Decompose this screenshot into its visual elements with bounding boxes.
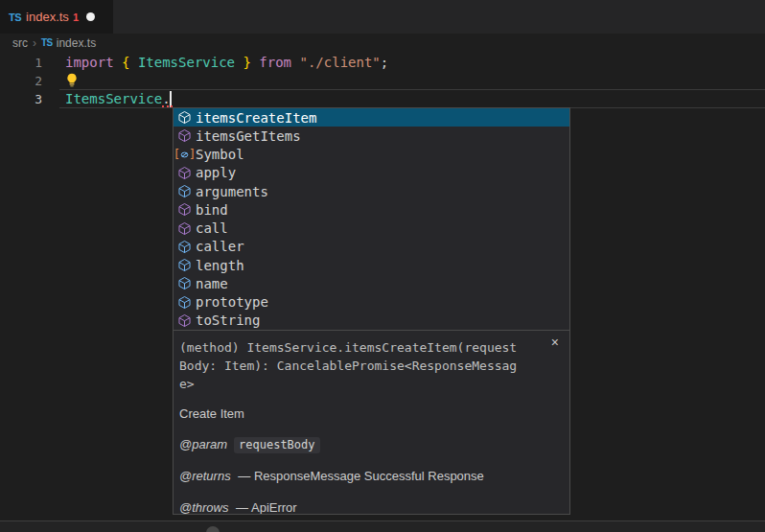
breadcrumb-folder[interactable]: src [12, 36, 28, 50]
suggest-item-label: bind [196, 202, 228, 218]
line-number: 1 [0, 54, 42, 72]
suggest-item[interactable]: call [174, 220, 569, 238]
doc-tag-name: @throws [179, 500, 229, 514]
suggest-list: itemsCreateItemitemsGetItems[]Symbolappl… [174, 108, 569, 330]
suggest-item[interactable]: itemsGetItems [174, 127, 569, 145]
code-token: import [65, 55, 122, 70]
doc-tag-text: — ApiError [233, 500, 297, 514]
typescript-file-icon: TS [9, 12, 21, 23]
chevron-right-icon: › [33, 36, 36, 50]
tab-bar: TS index.ts 1 [0, 0, 765, 34]
symbol-method-icon [176, 312, 193, 328]
symbol-variable-icon: [] [176, 147, 193, 162]
suggest-item[interactable]: itemsCreateItem [174, 108, 569, 127]
suggest-item[interactable]: arguments [174, 182, 569, 200]
symbol-method-icon [176, 128, 193, 144]
suggest-item[interactable]: bind [174, 200, 569, 219]
suggest-item[interactable]: toString [174, 312, 569, 330]
lightbulb-icon[interactable] [65, 73, 80, 87]
symbol-field-icon [176, 276, 193, 291]
code-token: ItemsService [65, 91, 162, 106]
tab-error-count-badge: 1 [73, 12, 79, 23]
suggest-docs-panel: (method) ItemsService.itemsCreateItem(re… [174, 330, 569, 514]
code-token: { [122, 55, 138, 70]
suggest-item-label: arguments [196, 184, 268, 199]
symbol-field-icon [176, 239, 193, 254]
doc-tag-line: @throws — ApiError [179, 500, 560, 514]
modified-dot-icon[interactable] [86, 12, 95, 21]
doc-description: Create Item [179, 406, 560, 421]
typescript-file-icon: TS [41, 37, 53, 48]
suggest-item-label: apply [196, 165, 236, 180]
symbol-method-icon [176, 220, 193, 236]
code-token: "./client" [299, 55, 380, 70]
suggest-item[interactable]: prototype [174, 293, 569, 312]
symbol-field-icon [176, 184, 193, 199]
suggest-item-label: Symbol [196, 147, 244, 162]
suggest-item-label: caller [196, 239, 244, 254]
code-token: } [235, 55, 251, 70]
signature-text: (method) ItemsService.itemsCreateItem(re… [179, 338, 521, 393]
symbol-method-icon [176, 202, 193, 218]
suggest-item[interactable]: name [174, 274, 569, 292]
suggest-item-label: itemsGetItems [196, 128, 301, 144]
suggest-item-label: toString [196, 312, 260, 328]
line-number: 3 [0, 90, 42, 108]
suggest-item-label: prototype [196, 294, 268, 310]
tab-index-ts[interactable]: TS index.ts 1 [0, 0, 113, 34]
symbol-method-icon [176, 110, 193, 126]
doc-param-chip: requestBody [234, 437, 319, 453]
suggest-item-label: itemsCreateItem [196, 110, 316, 126]
suggest-item[interactable]: length [174, 256, 569, 274]
doc-tag-text: — ResponseMessage Successful Response [235, 469, 484, 483]
suggest-item-label: name [196, 276, 228, 291]
code-token: ItemsService [138, 55, 235, 70]
code-line[interactable]: 1import { ItemsService } from "./client"… [0, 54, 765, 72]
doc-tag-name: @param [179, 437, 227, 451]
suggest-item[interactable]: []Symbol [174, 146, 569, 164]
code-line[interactable]: 2 [0, 72, 765, 90]
tab-label: index.ts [26, 10, 69, 24]
symbol-field-icon [176, 258, 193, 273]
suggest-widget: itemsCreateItemitemsGetItems[]Symbolappl… [173, 107, 570, 515]
suggest-item-label: call [196, 220, 228, 236]
symbol-method-icon [176, 165, 193, 180]
code-token: from [259, 55, 291, 70]
breadcrumb-file[interactable]: index.ts [57, 36, 96, 50]
suggest-item[interactable]: apply [174, 164, 569, 182]
suggest-item[interactable]: caller [174, 238, 569, 256]
code-line[interactable]: 3ItemsService. [0, 90, 765, 108]
close-icon[interactable]: × [551, 335, 559, 349]
code-token: ; [381, 55, 388, 70]
vscode-window: TS index.ts 1 src › TS index.ts 1import … [0, 0, 765, 532]
doc-tag-line: @returns — ResponseMessage Successful Re… [179, 469, 560, 484]
suggest-item-label: length [196, 258, 244, 273]
error-squiggle [162, 104, 173, 107]
line-number: 2 [0, 72, 42, 90]
symbol-field-icon [176, 294, 193, 310]
doc-tag-line: @paramrequestBody [179, 437, 560, 452]
panel-divider [0, 520, 765, 532]
breadcrumb: src › TS index.ts [0, 34, 765, 52]
doc-tag-name: @returns [179, 469, 231, 483]
